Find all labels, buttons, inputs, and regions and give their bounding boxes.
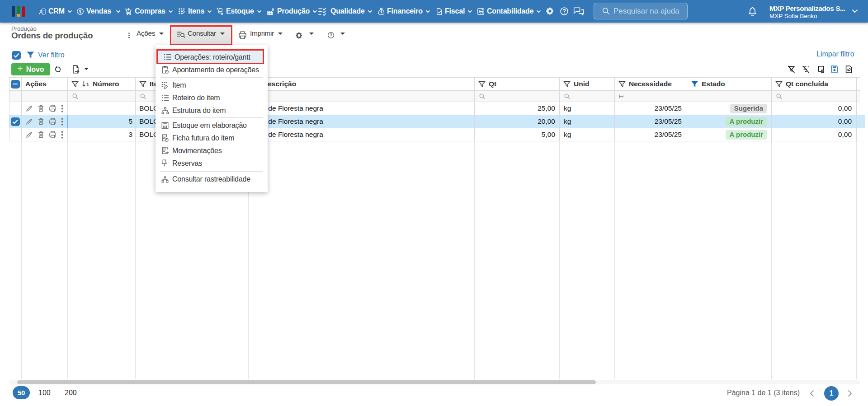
svg-text:1: 1	[86, 81, 90, 87]
